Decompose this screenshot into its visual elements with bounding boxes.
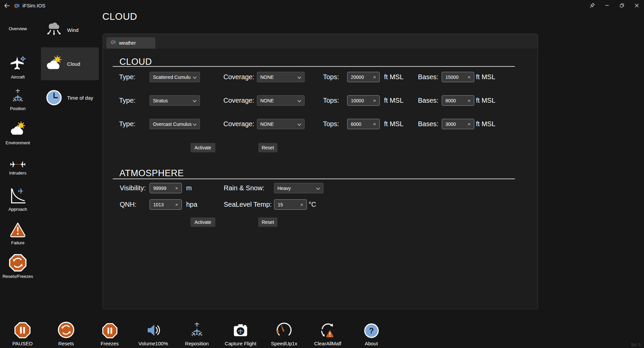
cloud-bases-input-1[interactable]: 15000 × bbox=[442, 72, 474, 82]
reposition-planes-icon bbox=[189, 322, 205, 340]
sidebar-item-label: Intruders bbox=[0, 170, 36, 176]
clear-icon[interactable]: × bbox=[300, 202, 303, 207]
cloud-sun-icon bbox=[44, 55, 64, 73]
cloud-coverage-select-2[interactable]: NONE bbox=[257, 95, 305, 106]
warning-triangle-icon bbox=[9, 221, 26, 240]
bases-unit: ft MSL bbox=[476, 119, 495, 129]
clear-icon[interactable]: × bbox=[468, 74, 471, 80]
cloud-coverage-select-3[interactable]: NONE bbox=[257, 119, 305, 129]
pin-button[interactable] bbox=[585, 0, 600, 12]
clear-all-malfunctions-button[interactable]: ClearAllMalf bbox=[306, 318, 350, 348]
cloud-tops-input-1[interactable]: 20000 × bbox=[347, 72, 380, 82]
clear-icon[interactable]: × bbox=[468, 121, 471, 127]
reset-octagon-icon bbox=[9, 254, 27, 273]
qnh-input[interactable]: 1013 × bbox=[150, 199, 182, 210]
clear-icon[interactable]: × bbox=[373, 74, 376, 80]
sealevel-temp-input[interactable]: 15 × bbox=[274, 199, 307, 210]
clear-icon[interactable]: × bbox=[373, 98, 376, 103]
tab-strip: weather bbox=[103, 34, 538, 49]
sidebar-item-label: Failure bbox=[0, 240, 36, 245]
cloud-type-select-3[interactable]: Overcast Cumulus bbox=[150, 119, 200, 129]
clear-icon[interactable]: × bbox=[175, 186, 178, 191]
cloud-bases-input-2[interactable]: 8000 × bbox=[442, 95, 474, 106]
submenu-item-time-of-day[interactable]: Time of day bbox=[41, 87, 99, 109]
sidebar-item-failure[interactable]: Failure bbox=[0, 221, 36, 245]
svg-text:?: ? bbox=[369, 327, 374, 335]
paused-button[interactable]: PAUSED bbox=[1, 318, 44, 348]
chevron-down-icon bbox=[298, 121, 301, 127]
clear-icon[interactable]: × bbox=[373, 121, 376, 127]
atmosphere-activate-button[interactable]: Activate bbox=[191, 217, 215, 227]
bottom-toolbar: PAUSED Resets bbox=[1, 318, 393, 348]
cloud-bases-value-1: 15000 bbox=[445, 74, 468, 80]
sidebar-item-label: Resets/Freezes bbox=[0, 274, 36, 279]
sidebar-item-resets-freezes[interactable]: Resets/Freezes bbox=[0, 254, 36, 279]
tops-label: Tops: bbox=[323, 95, 339, 106]
bases-unit: ft MSL bbox=[476, 72, 495, 82]
app-window: iFSim.IOS bbox=[0, 0, 644, 348]
capture-flight-button[interactable]: Capture Flight bbox=[219, 318, 262, 348]
reposition-button[interactable]: Reposition bbox=[175, 318, 219, 348]
speed-gauge-icon bbox=[275, 321, 293, 340]
tops-label: Tops: bbox=[323, 72, 339, 82]
atmosphere-section-heading: ATMOSPHERE bbox=[119, 168, 184, 179]
cloud-tops-input-3[interactable]: 6000 × bbox=[347, 119, 380, 129]
close-button[interactable] bbox=[629, 0, 644, 12]
toolbar-item-label: About bbox=[365, 341, 378, 346]
sidebar-item-environment[interactable]: Environment bbox=[0, 121, 36, 145]
app-logo-icon bbox=[14, 3, 20, 10]
type-label: Type: bbox=[119, 119, 136, 129]
bases-label: Bases: bbox=[418, 119, 438, 129]
chevron-down-icon bbox=[193, 121, 197, 127]
rain-snow-select[interactable]: Heavy bbox=[274, 183, 323, 193]
cloud-tops-input-2[interactable]: 10000 × bbox=[347, 95, 380, 106]
freezes-button[interactable]: Freezes bbox=[88, 318, 131, 348]
maximize-button[interactable] bbox=[614, 0, 629, 12]
tab-label: weather bbox=[119, 40, 136, 46]
cloud-section-heading: CLOUD bbox=[119, 57, 152, 67]
cloud-type-select-2[interactable]: Stratus bbox=[150, 95, 200, 106]
sidebar-item-approach[interactable]: Approach bbox=[0, 187, 36, 212]
sidebar-item-intruders[interactable]: Intruders bbox=[0, 160, 36, 176]
chevron-down-icon bbox=[298, 74, 301, 80]
tops-unit: ft MSL bbox=[384, 119, 404, 129]
cloud-coverage-value-3: NONE bbox=[260, 121, 298, 127]
atmosphere-reset-button[interactable]: Reset bbox=[258, 217, 277, 227]
tab-weather[interactable]: weather bbox=[106, 37, 155, 49]
pin-icon bbox=[590, 3, 595, 9]
submenu-item-wind[interactable]: Wind bbox=[41, 19, 99, 41]
cloud-activate-button[interactable]: Activate bbox=[191, 143, 215, 152]
cloud-bases-value-3: 3000 bbox=[445, 121, 468, 127]
visibility-input[interactable]: 99999 × bbox=[150, 183, 182, 193]
sealevel-temp-value: 15 bbox=[278, 202, 300, 207]
about-button[interactable]: ? About bbox=[350, 318, 393, 348]
clear-icon[interactable]: × bbox=[175, 202, 178, 207]
clear-icon[interactable]: × bbox=[468, 98, 471, 103]
toolbar-item-label: Reposition bbox=[185, 341, 209, 346]
cloud-bases-input-3[interactable]: 3000 × bbox=[442, 119, 474, 129]
cloud-type-select-1[interactable]: Scattered Cumulu bbox=[150, 72, 200, 82]
intruders-planes-icon bbox=[9, 160, 26, 170]
toolbar-item-label: PAUSED bbox=[12, 341, 33, 346]
resets-button[interactable]: Resets bbox=[44, 318, 88, 348]
submenu-item-cloud[interactable]: Cloud bbox=[41, 47, 99, 80]
cloud-reset-button[interactable]: Reset bbox=[258, 143, 277, 152]
tops-unit: ft MSL bbox=[384, 95, 404, 106]
sidebar-item-position[interactable]: Position bbox=[0, 89, 36, 111]
toolbar-item-label: Volume100% bbox=[139, 341, 168, 346]
minimize-button[interactable] bbox=[600, 0, 614, 12]
chevron-down-icon bbox=[193, 98, 197, 104]
sidebar-item-aircraft[interactable]: Aircraft bbox=[0, 54, 36, 80]
sidebar-item-overview[interactable]: Overview bbox=[0, 26, 36, 31]
visibility-label: Visibility: bbox=[120, 183, 146, 193]
toolbar-item-label: Freezes bbox=[101, 341, 119, 346]
cloud-coverage-select-1[interactable]: NONE bbox=[257, 72, 305, 82]
tops-label: Tops: bbox=[323, 119, 339, 129]
speedup-button[interactable]: SpeedUp1x bbox=[262, 318, 306, 348]
submenu-item-label: Wind bbox=[67, 27, 78, 33]
window-controls bbox=[585, 0, 644, 12]
cloud-type-value-1: Scattered Cumulu bbox=[153, 74, 193, 80]
volume-button[interactable]: Volume100% bbox=[131, 318, 175, 348]
cloud-coverage-value-1: NONE bbox=[260, 74, 298, 80]
back-button[interactable] bbox=[4, 3, 10, 9]
